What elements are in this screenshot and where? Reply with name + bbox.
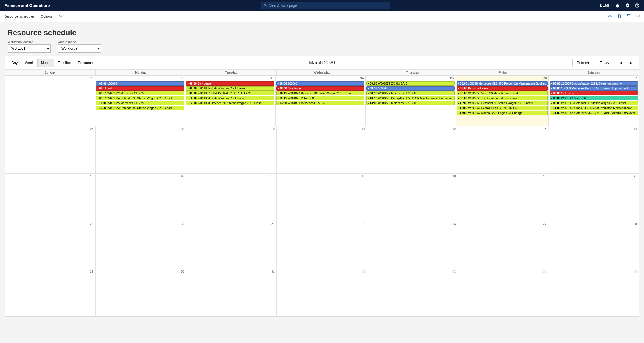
- calendar-event[interactable]: • 13:00 W001869 Mercedes CLS 350: [276, 101, 365, 105]
- view-resources[interactable]: Resources: [74, 59, 98, 67]
- day-cell[interactable]: 20: [458, 174, 548, 221]
- tab-resource-scheduler[interactable]: Resource scheduler: [3, 14, 34, 18]
- day-cell[interactable]: 05• 08:00 W001879 ZX48U-5A-C• 08:15 1000…: [366, 76, 456, 126]
- search-input[interactable]: [267, 3, 387, 8]
- day-cell[interactable]: 24: [186, 221, 277, 269]
- day-cell[interactable]: 08: [5, 126, 96, 174]
- workshop-location-select[interactable]: WS Loc1: [8, 44, 51, 53]
- day-cell[interactable]: 22: [5, 221, 96, 269]
- day-cell[interactable]: 29: [5, 269, 96, 316]
- refresh-icon[interactable]: [627, 14, 631, 18]
- calendar-event[interactable]: • 08:00 Sick Leave: [550, 91, 638, 95]
- day-cell[interactable]: 25: [277, 221, 367, 269]
- calendar-event[interactable]: • 08:15 100065: [366, 86, 455, 91]
- day-cell[interactable]: 19: [367, 174, 458, 221]
- actionbar-far-right: [608, 14, 641, 18]
- calendar-event[interactable]: • 08:15 Sick: [96, 86, 184, 91]
- calendar-event[interactable]: • 08:15 W001870 Defender 90 Station Wago…: [276, 91, 365, 95]
- view-timeline[interactable]: Timeline: [54, 59, 74, 67]
- day-cell[interactable]: 03: [458, 269, 548, 316]
- day-cell[interactable]: 11: [277, 126, 367, 174]
- calendar-event[interactable]: • 08:00 W001863 Defender 90 Station Wago…: [550, 101, 638, 105]
- day-cell[interactable]: 21: [548, 174, 639, 221]
- refresh-button[interactable]: Refresh: [572, 59, 593, 67]
- day-number: 06: [543, 76, 547, 80]
- calendar-event[interactable]: • 12:15 W001871 Volvo S60: [276, 96, 365, 100]
- day-cell[interactable]: 23: [96, 221, 186, 269]
- day-cell[interactable]: 06• 08:00 100058 Mercedes CLS 350-Preven…: [456, 76, 549, 126]
- calendar-event[interactable]: • 08:15 W001877 Mercedes CLS 350: [366, 91, 455, 95]
- day-cell[interactable]: 26: [367, 221, 458, 269]
- calendar-event[interactable]: • 08:00 W001879 ZX48U-5A-C: [366, 81, 455, 86]
- calendar-event[interactable]: • 08:00 W001853 Volvo S60-Maintenance wo…: [457, 91, 548, 95]
- day-cell[interactable]: 01: [5, 76, 95, 126]
- calendar-event[interactable]: • 08:00 W001859 Toyota Yaris- Battery Se…: [457, 96, 548, 100]
- view-week[interactable]: Week: [21, 59, 37, 67]
- day-cell[interactable]: 01: [277, 269, 367, 316]
- company-code[interactable]: DEMF: [600, 3, 610, 8]
- day-cell[interactable]: 09: [96, 126, 186, 174]
- calendar-event[interactable]: • 08:00 100059 Mercedes Benz CLS - Booki…: [550, 86, 638, 91]
- calendar-event[interactable]: • 12:00 W001866 Station Wagon 2.2 L Dies…: [186, 96, 274, 100]
- day-cell[interactable]: 16: [96, 174, 186, 221]
- day-cell[interactable]: 28: [548, 221, 639, 269]
- day-cell[interactable]: 31: [186, 269, 277, 316]
- view-month[interactable]: Month: [38, 59, 54, 67]
- day-cell[interactable]: 15: [5, 174, 96, 221]
- search-icon: [263, 4, 267, 8]
- calendar-event[interactable]: • 08:00 100058 Mercedes CLS 350-Preventi…: [457, 81, 548, 86]
- next-button[interactable]: ▶: [626, 59, 636, 67]
- office-icon[interactable]: [617, 14, 621, 18]
- day-cell[interactable]: 02• 08:00 100064• 08:15 Sick• 08:15 W001…: [95, 76, 186, 126]
- day-cell[interactable]: 13: [458, 126, 548, 174]
- day-cell[interactable]: 27: [458, 221, 548, 269]
- calendar-event[interactable]: • 12:30 W001873 Defender 90 Station Wago…: [96, 106, 184, 110]
- calendar-event[interactable]: • 11:00 W001875 Mercedes CLS 350: [96, 101, 184, 105]
- day-number: 24: [271, 222, 275, 226]
- calendar-event[interactable]: • 10:15 W001876 Caterpillar 305.5D CR Mi…: [366, 96, 455, 100]
- calendar-event[interactable]: • 11:00 W001862 Claas-231/783/200-Predic…: [550, 106, 638, 110]
- day-number: 17: [271, 175, 275, 178]
- help-icon[interactable]: [635, 3, 639, 8]
- actionbar-search[interactable]: [59, 14, 63, 19]
- calendar-event[interactable]: • 08:00 100055 Station Wagon 2.2 L Diese…: [550, 81, 638, 86]
- calendar-event[interactable]: • 14:00 W001857 Mazda CX 3-Engine Oil Ch…: [457, 111, 548, 115]
- link-icon[interactable]: [608, 14, 612, 18]
- tab-options[interactable]: Options: [41, 14, 53, 18]
- prev-button[interactable]: ◀: [616, 59, 626, 67]
- day-cell[interactable]: 18: [277, 174, 367, 221]
- calendar-event[interactable]: • 08:15 W001872 Mercedes CLS 350: [96, 91, 184, 95]
- calendar-event[interactable]: • 08:00 W001861 Volvo S60: [550, 96, 638, 100]
- bell-icon[interactable]: [615, 3, 620, 8]
- day-cell[interactable]: 12: [367, 126, 458, 174]
- calendar-event[interactable]: • 10:00 W001860 Defender 90 Station Wago…: [457, 101, 548, 105]
- day-cell[interactable]: 04• 08:00 100063• 08:00 Sick leave• 08:1…: [276, 76, 366, 126]
- day-cell[interactable]: 10: [186, 126, 277, 174]
- calendar-event[interactable]: • 11:00 W001864 Caterpillar 305.5D CR Mi…: [550, 111, 638, 115]
- calendar-event[interactable]: • 08:00 100063: [276, 81, 365, 86]
- day-cell[interactable]: 30: [96, 269, 186, 316]
- global-search[interactable]: [261, 2, 390, 9]
- gear-icon[interactable]: [625, 3, 630, 8]
- day-cell[interactable]: 07• 08:00 100055 Station Wagon 2.2 L Die…: [549, 76, 639, 126]
- calendar-event[interactable]: • 08:00 W001867 KTM 450 RALLY REPLICA 20…: [186, 91, 274, 95]
- calendar-event[interactable]: • 08:00 100064: [96, 81, 184, 86]
- calendar-event[interactable]: • 08:15 W001874 Defender 90 Station Wago…: [96, 96, 184, 100]
- day-cell[interactable]: 03• 08:00 Sick Leave• 08:00 W001865 Stat…: [185, 76, 276, 126]
- calendar-event[interactable]: • 08:00 Personal Leave: [457, 86, 548, 91]
- nav-arrows: ◀ ▶: [616, 59, 636, 67]
- create-mode-select[interactable]: Work order: [58, 44, 101, 53]
- today-button[interactable]: Today: [596, 59, 613, 67]
- calendar-event[interactable]: • 08:00 Sick leave: [276, 86, 365, 91]
- day-cell[interactable]: 02: [367, 269, 458, 316]
- view-day[interactable]: Day: [8, 59, 21, 67]
- day-cell[interactable]: 04: [548, 269, 639, 316]
- day-cell[interactable]: 17: [186, 174, 277, 221]
- day-cell[interactable]: 14: [548, 126, 639, 174]
- calendar-event[interactable]: • 08:00 W001865 Station Wagon 2.2 L Dies…: [186, 86, 274, 91]
- calendar-event[interactable]: • 08:00 Sick Leave: [186, 81, 274, 86]
- popout-icon[interactable]: [636, 14, 641, 18]
- calendar-event[interactable]: • 12:00 W001856 Scania Truck G 370 B8x4H…: [457, 106, 548, 110]
- calendar-event[interactable]: • 12:00 W001868 Defender 90 Station Wago…: [186, 101, 274, 105]
- calendar-event[interactable]: • 13:00 W001878 Mercedes CLS 350: [366, 101, 455, 105]
